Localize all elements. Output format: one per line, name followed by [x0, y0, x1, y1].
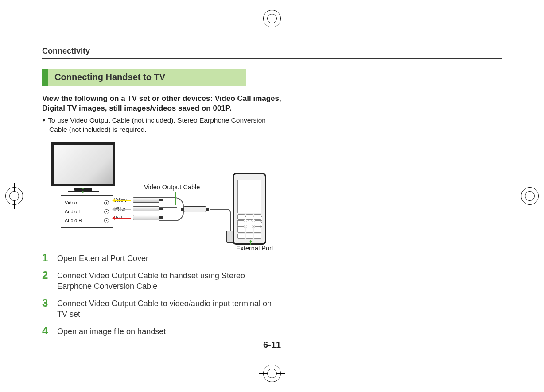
page-number: 6-11	[263, 340, 281, 350]
audio-r-jack-icon	[104, 218, 109, 223]
step-3-number: 3	[42, 298, 57, 319]
requirement-bullet: To use Video Output Cable (not included)…	[42, 116, 281, 135]
step-4: 4 Open an image file on handset	[42, 326, 281, 337]
conversion-adapter-icon	[184, 206, 206, 212]
intro-text: View the following on a TV set or other …	[42, 94, 281, 113]
video-output-cable-callout: Video Output Cable	[144, 184, 200, 191]
panel-audio-r-label: Audio R	[65, 218, 82, 223]
steps-list: 1 Open External Port Cover 2 Connect Vid…	[42, 253, 281, 337]
step-1-text: Open External Port Cover	[57, 253, 148, 264]
tv-input-panel: Video Audio L Audio R	[61, 195, 113, 228]
step-3: 3 Connect Video Output Cable to video/au…	[42, 298, 281, 319]
step-4-number: 4	[42, 326, 57, 337]
registration-mark-right-icon	[521, 187, 539, 205]
connection-diagram: Video Audio L Audio R Yellow White Red	[47, 140, 295, 248]
rca-plug-audio-l-icon	[133, 206, 159, 211]
section-title: Connecting Handset to TV	[42, 69, 246, 86]
panel-audio-l-label: Audio L	[65, 209, 81, 214]
rca-plug-audio-r-icon	[133, 215, 159, 220]
step-2-number: 2	[42, 270, 57, 292]
yellow-arrow-icon	[113, 200, 131, 201]
video-jack-icon	[104, 200, 109, 205]
section-accent-bar	[42, 69, 48, 86]
registration-mark-bottom-icon	[263, 365, 281, 382]
step-4-text: Open an image file on handset	[57, 326, 166, 337]
step-1: 1 Open External Port Cover	[42, 253, 281, 264]
external-port-callout: External Port	[236, 245, 273, 252]
video-output-cable-leader-icon	[175, 192, 176, 205]
red-arrow-icon	[113, 218, 131, 219]
step-2: 2 Connect Video Output Cable to handset …	[42, 270, 281, 292]
section-title-label: Connecting Handset to TV	[48, 69, 246, 86]
cable-join-icon	[159, 197, 184, 221]
registration-mark-top-icon	[263, 10, 281, 27]
audio-l-jack-icon	[104, 209, 109, 214]
cable-mid-icon	[159, 207, 177, 208]
handset-icon	[233, 173, 266, 245]
tv-icon	[51, 142, 115, 186]
running-header: Connectivity	[42, 46, 502, 59]
step-2-text: Connect Video Output Cable to handset us…	[57, 270, 281, 292]
step-3-text: Connect Video Output Cable to video/audi…	[57, 298, 281, 319]
white-arrow-icon	[113, 209, 131, 210]
panel-video-label: Video	[65, 200, 77, 205]
step-1-number: 1	[42, 253, 57, 264]
rca-plug-video-icon	[133, 197, 159, 203]
registration-mark-left-icon	[5, 187, 23, 205]
